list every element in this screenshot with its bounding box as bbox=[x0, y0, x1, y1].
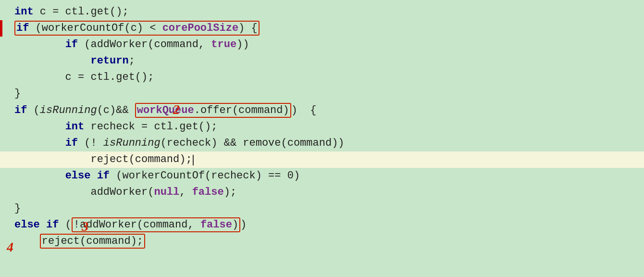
code-line-15: reject(command); bbox=[0, 233, 644, 250]
text-cursor bbox=[193, 155, 194, 165]
code-text-10: reject(command); bbox=[14, 151, 194, 168]
code-text-1: int c = ctl.get(); bbox=[14, 4, 129, 20]
code-text-2: if (workerCountOf(c) < corePoolSize) { bbox=[14, 20, 260, 37]
code-text-3: if (addWorker(command, true)) bbox=[14, 37, 249, 53]
code-text-7: if (isRunning(c)&& workQueue.offer(comma… bbox=[14, 102, 317, 119]
code-line-5: c = ctl.get(); bbox=[0, 69, 644, 86]
code-line-8: int recheck = ctl.get(); bbox=[0, 119, 644, 135]
code-line-9: if (! isRunning(recheck) && remove(comma… bbox=[0, 135, 644, 151]
code-line-11: else if (workerCountOf(recheck) == 0) bbox=[0, 168, 644, 184]
code-text-8: int recheck = ctl.get(); bbox=[14, 119, 217, 135]
code-text-9: if (! isRunning(recheck) && remove(comma… bbox=[14, 135, 345, 151]
code-text-15: reject(command); bbox=[14, 233, 145, 250]
code-text-4: return; bbox=[14, 53, 135, 69]
code-line-6: } bbox=[0, 86, 644, 102]
code-editor: int c = ctl.get(); if (workerCountOf(c) … bbox=[0, 0, 644, 277]
code-line-12: addWorker(null, false); bbox=[0, 184, 644, 201]
left-bar-indicator bbox=[0, 20, 2, 37]
code-line-1: int c = ctl.get(); bbox=[0, 4, 644, 20]
code-line-4: return; bbox=[0, 53, 644, 69]
code-line-2: if (workerCountOf(c) < corePoolSize) { bbox=[0, 20, 644, 37]
code-text-6: } bbox=[14, 86, 21, 102]
code-line-10: reject(command); bbox=[0, 151, 644, 168]
code-text-12: addWorker(null, false); bbox=[14, 184, 236, 201]
code-text-13: } bbox=[14, 201, 21, 217]
code-text-11: else if (workerCountOf(recheck) == 0) bbox=[14, 168, 300, 184]
code-text-14: else if (!addWorker(command, false)) bbox=[14, 217, 247, 233]
code-line-7: if (isRunning(c)&& workQueue.offer(comma… bbox=[0, 102, 644, 119]
code-text-5: c = ctl.get(); bbox=[14, 69, 154, 86]
code-line-14: else if (!addWorker(command, false)) bbox=[0, 217, 644, 233]
code-line-3: if (addWorker(command, true)) bbox=[0, 37, 644, 53]
code-line-13: } bbox=[0, 201, 644, 217]
